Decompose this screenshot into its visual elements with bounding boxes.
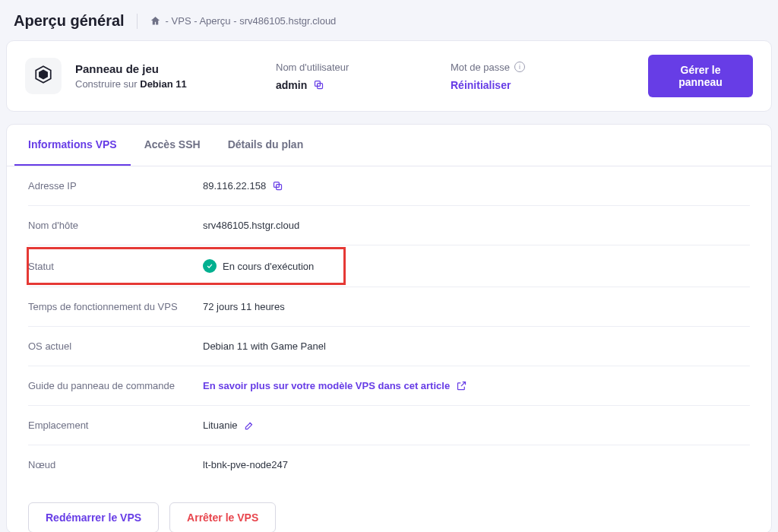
username-value: admin [276, 79, 307, 91]
game-panel-icon [33, 65, 53, 87]
external-link-icon [456, 380, 467, 391]
page-title: Aperçu général [14, 12, 125, 30]
edit-icon[interactable] [244, 420, 255, 431]
home-icon [150, 15, 161, 27]
panel-card: Panneau de jeu Construire sur Debian 11 … [6, 40, 772, 112]
hostname-label: Nom d'hôte [28, 220, 203, 231]
node-value: lt-bnk-pve-node247 [203, 459, 288, 470]
location-value: Lituanie [203, 420, 238, 431]
row-os: OS actuel Debian 11 with Game Panel [28, 327, 750, 366]
node-label: Nœud [28, 459, 203, 470]
copy-icon[interactable] [272, 180, 283, 192]
svg-marker-1 [39, 70, 48, 80]
status-label: Statut [28, 261, 203, 272]
row-hostname: Nom d'hôte srv486105.hstgr.cloud [28, 206, 750, 245]
panel-icon-tile [25, 58, 62, 94]
stop-vps-button[interactable]: Arrêter le VPS [169, 502, 276, 532]
uptime-label: Temps de fonctionnement du VPS [28, 301, 203, 312]
tab-ssh-access[interactable]: Accès SSH [131, 125, 214, 166]
breadcrumb[interactable]: - VPS - Aperçu - srv486105.hstgr.cloud [150, 15, 337, 27]
status-value: En cours d'exécution [223, 261, 314, 272]
row-uptime: Temps de fonctionnement du VPS 72 jours … [28, 287, 750, 327]
check-icon [203, 259, 217, 273]
main-card: Informations VPS Accès SSH Détails du pl… [6, 124, 772, 532]
os-label: OS actuel [28, 340, 203, 352]
tab-vps-info[interactable]: Informations VPS [14, 125, 131, 166]
row-location: Emplacement Lituanie [28, 406, 750, 445]
hostname-value: srv486105.hstgr.cloud [203, 220, 299, 231]
row-guide: Guide du panneau de commande En savoir p… [28, 366, 750, 406]
manage-panel-button[interactable]: Gérer le panneau [648, 55, 753, 97]
row-node: Nœud lt-bnk-pve-node247 [28, 445, 750, 484]
password-label: Mot de passe [451, 62, 510, 73]
row-status: Statut En cours d'exécution [28, 245, 750, 287]
panel-title: Panneau de jeu [75, 62, 187, 75]
restart-vps-button[interactable]: Redémarrer le VPS [28, 502, 159, 532]
ip-label: Adresse IP [28, 180, 203, 192]
divider [137, 14, 138, 29]
username-label: Nom d'utilisateur [276, 62, 428, 73]
reset-password-link[interactable]: Réinitialiser [451, 79, 602, 91]
panel-subtitle: Construire sur Debian 11 [75, 78, 187, 90]
row-ip: Adresse IP 89.116.22.158 [28, 166, 750, 206]
tabs: Informations VPS Accès SSH Détails du pl… [7, 125, 771, 166]
uptime-value: 72 jours 11 heures [203, 301, 285, 312]
guide-link[interactable]: En savoir plus sur votre modèle VPS dans… [203, 380, 467, 391]
location-label: Emplacement [28, 420, 203, 431]
guide-label: Guide du panneau de commande [28, 380, 203, 391]
tab-plan-details[interactable]: Détails du plan [214, 125, 318, 166]
breadcrumb-text: - VPS - Aperçu - srv486105.hstgr.cloud [166, 15, 337, 27]
info-icon[interactable]: i [514, 62, 525, 72]
copy-icon[interactable] [313, 79, 324, 90]
ip-value: 89.116.22.158 [203, 180, 266, 192]
os-value: Debian 11 with Game Panel [203, 340, 326, 352]
